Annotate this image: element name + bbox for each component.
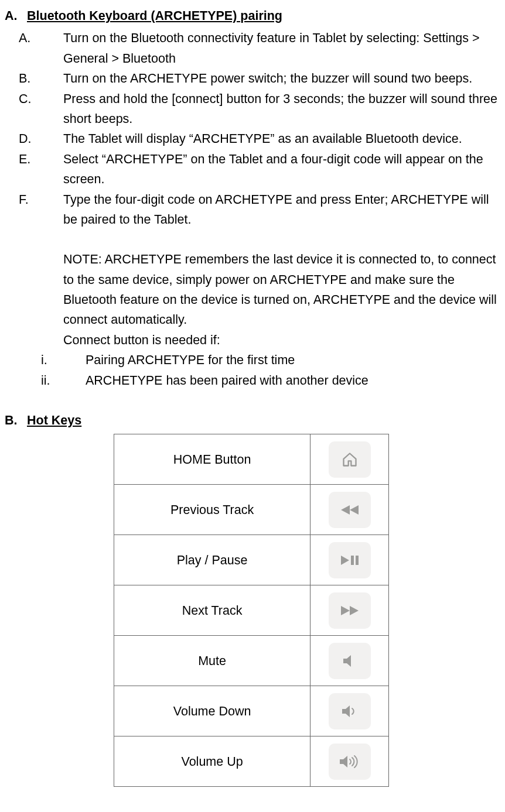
note-text-2: Connect button is needed if: (63, 330, 500, 350)
table-row: Volume Up (114, 736, 389, 787)
table-row: Volume Down (114, 686, 389, 736)
svg-marker-5 (341, 606, 350, 615)
sub-text: ARCHETYPE has been paired with another d… (86, 371, 368, 390)
table-row: Next Track (114, 585, 389, 636)
hotkey-label: Volume Up (114, 736, 310, 787)
svg-marker-0 (341, 505, 350, 515)
hotkey-icon-cell (310, 686, 389, 736)
note-block: NOTE: ARCHETYPE remembers the last devic… (5, 249, 500, 350)
svg-rect-3 (351, 556, 354, 565)
step-marker: F. (19, 190, 63, 230)
hotkey-label: Next Track (114, 585, 310, 636)
svg-marker-7 (343, 655, 351, 667)
step-text: Turn on the Bluetooth connectivity featu… (63, 28, 500, 68)
step-text: Press and hold the [connect] button for … (63, 89, 500, 129)
hotkey-icon-cell (310, 535, 389, 585)
sub-marker: ii. (37, 371, 86, 390)
note-text: NOTE: ARCHETYPE remembers the last devic… (63, 249, 500, 330)
svg-marker-9 (340, 756, 347, 768)
hotkey-label: Previous Track (114, 485, 310, 535)
hotkey-label: Mute (114, 636, 310, 686)
section-a-heading: A. Bluetooth Keyboard (ARCHETYPE) pairin… (5, 6, 500, 26)
list-item: ii. ARCHETYPE has been paired with anoth… (37, 371, 500, 390)
table-row: Play / Pause (114, 535, 389, 585)
step-text: Turn on the ARCHETYPE power switch; the … (63, 68, 500, 88)
section-b-marker: B. (5, 410, 27, 430)
step-marker: C. (19, 89, 63, 129)
step-text: The Tablet will display “ARCHETYPE” as a… (63, 129, 500, 149)
table-row: HOME Button (114, 434, 389, 485)
step-text: Type the four-digit code on ARCHETYPE an… (63, 190, 500, 230)
home-icon (329, 441, 371, 478)
hotkey-label: Play / Pause (114, 535, 310, 585)
hotkey-icon-cell (310, 585, 389, 636)
list-item: D. The Tablet will display “ARCHETYPE” a… (19, 129, 500, 149)
step-marker: B. (19, 68, 63, 88)
list-item: E. Select “ARCHETYPE” on the Tablet and … (19, 149, 500, 190)
hotkey-icon-cell (310, 736, 389, 787)
section-a-marker: A. (5, 6, 27, 26)
hotkey-label: HOME Button (114, 434, 310, 485)
step-text: Select “ARCHETYPE” on the Tablet and a f… (63, 149, 500, 190)
svg-marker-2 (341, 556, 349, 565)
list-item: i. Pairing ARCHETYPE for the first time (37, 350, 500, 370)
list-item: F. Type the four-digit code on ARCHETYPE… (19, 190, 500, 230)
section-b-heading: B. Hot Keys (5, 410, 500, 430)
section-b-title: Hot Keys (27, 410, 81, 430)
hotkey-label: Volume Down (114, 686, 310, 736)
table-row: Mute (114, 636, 389, 686)
next-track-icon (329, 592, 371, 629)
table-row: Previous Track (114, 485, 389, 535)
list-item: C. Press and hold the [connect] button f… (19, 89, 500, 129)
hotkeys-table: HOME Button Previous Track (114, 434, 389, 787)
svg-marker-6 (350, 606, 359, 615)
svg-rect-4 (356, 556, 359, 565)
hotkey-icon-cell (310, 636, 389, 686)
mute-icon (329, 643, 371, 679)
list-item: B. Turn on the ARCHETYPE power switch; t… (19, 68, 500, 88)
sub-marker: i. (37, 350, 86, 370)
hotkey-icon-cell (310, 434, 389, 485)
step-marker: E. (19, 149, 63, 190)
volume-down-icon (329, 693, 371, 729)
play-pause-icon (329, 542, 371, 578)
list-item: A. Turn on the Bluetooth connectivity fe… (19, 28, 500, 68)
step-marker: D. (19, 129, 63, 149)
sub-steps: i. Pairing ARCHETYPE for the first time … (5, 350, 500, 390)
hotkey-icon-cell (310, 485, 389, 535)
section-a-title: Bluetooth Keyboard (ARCHETYPE) pairing (27, 6, 282, 26)
svg-marker-1 (350, 505, 359, 515)
sub-text: Pairing ARCHETYPE for the first time (86, 350, 295, 370)
volume-up-icon (329, 744, 371, 780)
previous-track-icon (329, 492, 371, 528)
step-marker: A. (19, 28, 63, 68)
section-a-steps: A. Turn on the Bluetooth connectivity fe… (5, 28, 500, 229)
svg-marker-8 (342, 705, 350, 717)
